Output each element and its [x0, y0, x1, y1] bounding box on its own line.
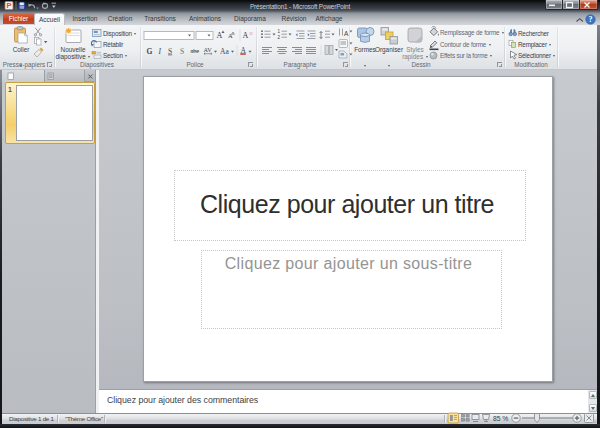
svg-text:A: A — [241, 46, 247, 55]
svg-text:1: 1 — [278, 29, 281, 34]
svg-text:S: S — [168, 47, 172, 56]
svg-text:P: P — [6, 1, 11, 10]
svg-text:Aa: Aa — [220, 47, 229, 56]
svg-text:I: I — [158, 47, 162, 56]
svg-text:S: S — [180, 47, 184, 56]
svg-text:A: A — [344, 30, 349, 37]
svg-text:A: A — [217, 31, 223, 40]
svg-text:AV: AV — [204, 46, 213, 53]
svg-text:?: ? — [589, 15, 593, 24]
svg-text:2: 2 — [278, 35, 281, 40]
svg-text:G: G — [147, 47, 153, 56]
svg-text:A: A — [243, 31, 249, 40]
svg-text:abe: abe — [191, 47, 200, 54]
